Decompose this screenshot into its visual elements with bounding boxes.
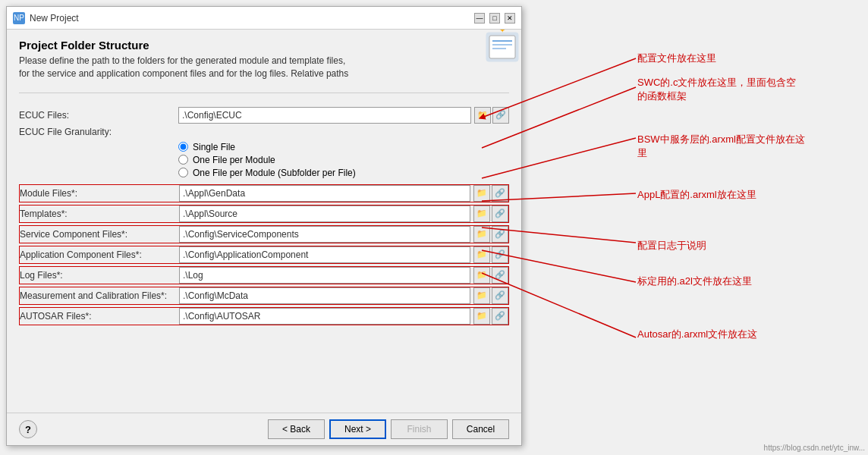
radio-single-file-input[interactable] — [178, 142, 188, 152]
ecuc-files-buttons: 📁 🔗 — [474, 107, 509, 124]
field-browse-button[interactable]: 📁 — [473, 185, 490, 202]
page-description: Please define the path to the folders fo… — [19, 55, 509, 80]
titlebar: NP New Project — □ ✕ — [7, 7, 521, 30]
field-input[interactable] — [179, 267, 470, 284]
content-area: ✦ Project Folder Structure Please define… — [7, 30, 521, 413]
field-link-button[interactable]: 🔗 — [492, 206, 508, 222]
finish-button[interactable]: Finish — [391, 419, 448, 439]
annotation-4: AppL配置的.arxml放在这里 — [637, 188, 756, 202]
field-label: Log Files*: — [20, 270, 179, 281]
field-input[interactable] — [179, 185, 470, 202]
field-input[interactable] — [179, 246, 470, 263]
field-browse-button[interactable]: 📁 — [473, 226, 490, 243]
field-link-button[interactable]: 🔗 — [492, 267, 508, 284]
granularity-radio-group: Single File One File per Module One File… — [19, 142, 509, 178]
back-button[interactable]: < Back — [268, 419, 325, 439]
field-browse-button[interactable]: 📁 — [473, 206, 490, 222]
field-row-measurementandcalibrationfiles: Measurement and Calibration Files*:📁🔗 — [19, 287, 509, 305]
svg-rect-1 — [489, 36, 515, 58]
app-icon: NP — [13, 12, 25, 24]
next-button[interactable]: Next > — [329, 419, 386, 439]
field-row-servicecomponentfiles: Service Component Files*:📁🔗 — [19, 225, 509, 243]
field-browse-button[interactable]: 📁 — [473, 267, 490, 284]
field-row-modulefiles: Module Files*:📁🔗 — [19, 184, 509, 202]
field-label: Templates*: — [20, 209, 179, 219]
field-browse-button[interactable]: 📁 — [473, 308, 490, 325]
field-label: Module Files*: — [20, 188, 179, 199]
radio-one-per-module-input[interactable] — [178, 155, 188, 165]
field-input[interactable] — [179, 206, 470, 222]
radio-subfolder-input[interactable] — [178, 168, 188, 177]
field-link-button[interactable]: 🔗 — [492, 287, 508, 304]
field-browse-button[interactable]: 📁 — [473, 246, 490, 263]
field-buttons: 📁🔗 — [473, 287, 508, 304]
field-row-templates: Templates*:📁🔗 — [19, 205, 509, 223]
field-buttons: 📁🔗 — [473, 308, 508, 325]
radio-one-per-module-label: One File per Module — [193, 155, 275, 165]
fields-container: Module Files*:📁🔗Templates*:📁🔗Service Com… — [19, 184, 509, 325]
field-buttons: 📁🔗 — [473, 206, 508, 222]
field-row-autosarfiles: AUTOSAR Files*:📁🔗 — [19, 307, 509, 325]
annotation-1: 配置文件放在这里 — [637, 52, 716, 65]
annotation-5: 配置日志于说明 — [637, 239, 706, 253]
page-title: Project Folder Structure — [19, 39, 509, 52]
header-divider — [19, 93, 509, 93]
field-label: Service Component Files*: — [20, 229, 179, 240]
field-input[interactable] — [179, 308, 470, 325]
field-link-button[interactable]: 🔗 — [492, 226, 508, 243]
field-link-button[interactable]: 🔗 — [492, 185, 508, 202]
field-link-button[interactable]: 🔗 — [492, 246, 508, 263]
annotation-7: Autosar的.arxml文件放在这 — [637, 328, 757, 341]
radio-subfolder-label: One File per Module (Subfolder per File) — [193, 168, 356, 178]
field-row-applicationcomponentfiles: Application Component Files*:📁🔗 — [19, 246, 509, 264]
granularity-label: ECUC File Granularity: — [19, 127, 178, 137]
close-button[interactable]: ✕ — [505, 13, 515, 24]
ecuc-link-button[interactable]: 🔗 — [492, 107, 509, 124]
new-project-window: NP New Project — □ ✕ ✦ Project Folder St… — [6, 6, 522, 446]
ecuc-files-input[interactable] — [178, 107, 471, 124]
radio-subfolder-per-file[interactable]: One File per Module (Subfolder per File) — [178, 168, 509, 178]
radio-single-file[interactable]: Single File — [178, 142, 509, 152]
wizard-graphic: ✦ — [483, 30, 521, 64]
maximize-button[interactable]: □ — [489, 13, 500, 24]
page-header: Project Folder Structure Please define t… — [19, 39, 509, 80]
wizard-icon: ✦ — [483, 30, 521, 64]
form-section: ECUC Files: 📁 🔗 ECUC File Granularity: S… — [19, 107, 509, 403]
annotation-6: 标定用的.a2l文件放在这里 — [637, 275, 752, 288]
field-buttons: 📁🔗 — [473, 185, 508, 202]
ecuc-files-row: ECUC Files: 📁 🔗 — [19, 107, 509, 124]
radio-single-file-label: Single File — [193, 142, 235, 152]
radio-one-file-per-module[interactable]: One File per Module — [178, 155, 509, 165]
field-input[interactable] — [179, 287, 470, 304]
help-button[interactable]: ? — [19, 420, 37, 438]
annotation-3: BSW中服务层的.arxml配置文件放在这里 — [637, 133, 805, 160]
granularity-row: ECUC File Granularity: — [19, 127, 509, 137]
button-bar: ? < Back Next > Finish Cancel — [7, 413, 521, 445]
field-buttons: 📁🔗 — [473, 267, 508, 284]
watermark: https://blog.csdn.net/ytc_inw... — [764, 444, 865, 452]
annotation-2: SWC的.c文件放在这里，里面包含空的函数框架 — [637, 76, 796, 103]
field-label: Application Component Files*: — [20, 249, 179, 260]
field-buttons: 📁🔗 — [473, 226, 508, 243]
svg-text:✦: ✦ — [499, 30, 505, 34]
field-row-logfiles: Log Files*:📁🔗 — [19, 266, 509, 284]
minimize-button[interactable]: — — [474, 13, 485, 24]
window-title: New Project — [30, 13, 474, 24]
field-input[interactable] — [179, 226, 470, 243]
ecuc-browse-folder-button[interactable]: 📁 — [474, 107, 491, 124]
field-browse-button[interactable]: 📁 — [473, 287, 490, 304]
window-controls: — □ ✕ — [474, 13, 515, 24]
field-label: Measurement and Calibration Files*: — [20, 290, 179, 301]
cancel-button[interactable]: Cancel — [452, 419, 509, 439]
ecuc-files-label: ECUC Files: — [19, 110, 178, 121]
field-label: AUTOSAR Files*: — [20, 311, 179, 322]
app-icon-text: NP — [14, 14, 24, 22]
field-link-button[interactable]: 🔗 — [492, 308, 508, 325]
field-buttons: 📁🔗 — [473, 246, 508, 263]
